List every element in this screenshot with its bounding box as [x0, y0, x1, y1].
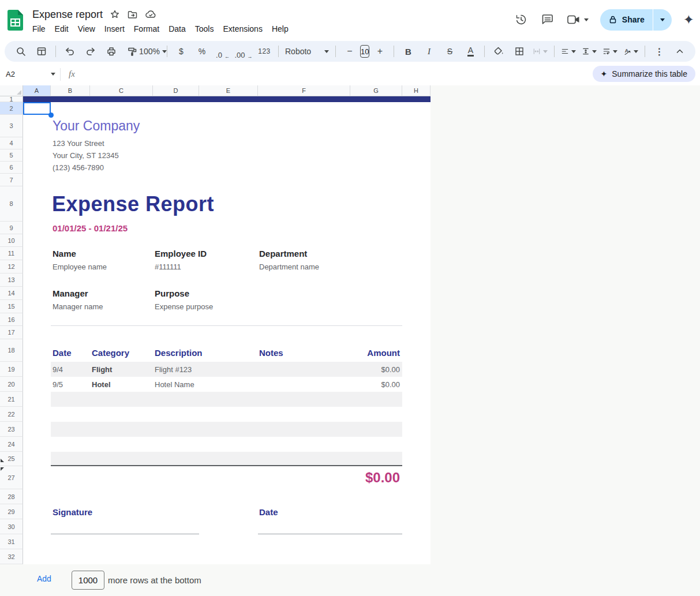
cell-address-3[interactable]: (123) 456-7890: [53, 162, 104, 174]
move-folder-icon[interactable]: [127, 9, 138, 20]
cell-manager-value[interactable]: Manager name: [53, 300, 103, 313]
row-header-19[interactable]: 19: [0, 362, 23, 377]
menu-insert[interactable]: Insert: [100, 23, 129, 35]
row-header-29[interactable]: 29: [0, 504, 23, 519]
share-button[interactable]: Share: [600, 9, 672, 31]
spreadsheet-grid[interactable]: ABCDEFGH 1234567891011121314151617181920…: [0, 85, 431, 564]
menu-edit[interactable]: Edit: [50, 23, 73, 35]
name-box[interactable]: A2: [0, 70, 60, 78]
select-all-corner[interactable]: [0, 85, 23, 96]
doc-title[interactable]: Expense report: [32, 9, 103, 21]
comments-icon[interactable]: [540, 12, 555, 27]
row-header-7[interactable]: 7: [0, 174, 23, 186]
column-header-f[interactable]: F: [258, 85, 350, 96]
cell-date-range[interactable]: 01/01/25 - 01/21/25: [53, 222, 128, 234]
cell-category-2[interactable]: Hotel: [92, 377, 111, 392]
column-header-c[interactable]: C: [90, 85, 153, 96]
row-header-15[interactable]: 15: [0, 300, 23, 313]
merge-cells-control[interactable]: [530, 43, 551, 59]
column-header-b[interactable]: B: [51, 85, 90, 96]
print-icon[interactable]: [101, 43, 122, 59]
cell-date-2[interactable]: 9/5: [53, 377, 63, 392]
row-header-14[interactable]: 14: [0, 287, 23, 300]
format-percent-button[interactable]: %: [192, 43, 212, 59]
row-header-30[interactable]: 30: [0, 519, 23, 534]
row-header-3[interactable]: 3: [0, 115, 23, 137]
col-header-category[interactable]: Category: [92, 344, 129, 362]
gemini-icon[interactable]: ✦: [683, 13, 694, 27]
column-header-g[interactable]: G: [350, 85, 402, 96]
row-header-9[interactable]: 9: [0, 222, 23, 234]
cell-description-1[interactable]: Flight #123: [155, 362, 192, 377]
undo-icon[interactable]: [59, 43, 80, 59]
hidden-row-expand-up[interactable]: [1, 459, 4, 462]
row-header-18[interactable]: 18: [0, 339, 23, 362]
cell-department-label[interactable]: Department: [259, 247, 307, 260]
add-rows-button[interactable]: Add: [37, 574, 51, 583]
row-header-5[interactable]: 5: [0, 149, 23, 162]
menu-extensions[interactable]: Extensions: [218, 23, 267, 35]
col-header-amount[interactable]: Amount: [350, 344, 400, 362]
row-header-32[interactable]: 32: [0, 549, 23, 564]
cell-department-value[interactable]: Department name: [259, 260, 319, 273]
column-header-a[interactable]: A: [23, 85, 51, 96]
strikethrough-button[interactable]: S: [439, 43, 460, 59]
cell-report-title[interactable]: Expense Report: [52, 186, 214, 222]
bold-button[interactable]: B: [398, 43, 418, 59]
cell-name-value[interactable]: Employee name: [53, 260, 107, 273]
menu-data[interactable]: Data: [164, 23, 190, 35]
row-header-28[interactable]: 28: [0, 489, 23, 504]
column-header-h[interactable]: H: [402, 85, 431, 96]
increase-decimal-button[interactable]: .00→: [233, 43, 254, 59]
row-header-20[interactable]: 20: [0, 377, 23, 392]
row-header-6[interactable]: 6: [0, 162, 23, 174]
row-header-21[interactable]: 21: [0, 392, 23, 407]
row-header-11[interactable]: 11: [0, 247, 23, 260]
cell-employee-id-value[interactable]: #111111: [155, 260, 181, 273]
cell-total[interactable]: $0.00: [258, 466, 400, 489]
cell-manager-label[interactable]: Manager: [53, 287, 88, 300]
row-header-17[interactable]: 17: [0, 326, 23, 339]
rows-count-input[interactable]: [72, 571, 104, 590]
hide-toolbar-icon[interactable]: [669, 43, 690, 59]
increase-font-size-button[interactable]: +: [369, 43, 390, 59]
cloud-saved-icon[interactable]: [145, 9, 156, 20]
menu-format[interactable]: Format: [129, 23, 164, 35]
row-header-13[interactable]: 13: [0, 273, 23, 287]
text-wrapping-control[interactable]: [600, 43, 620, 59]
zoom-select[interactable]: 100%: [143, 43, 163, 59]
vertical-align-control[interactable]: [579, 43, 600, 59]
row-header-10[interactable]: 10: [0, 234, 23, 247]
version-history-icon[interactable]: [514, 12, 529, 27]
chevron-down-icon[interactable]: [584, 18, 589, 21]
selected-cell-a2[interactable]: [23, 102, 51, 115]
column-header-d[interactable]: D: [153, 85, 199, 96]
font-size-input[interactable]: 10: [360, 45, 369, 58]
menu-file[interactable]: File: [28, 23, 50, 35]
row-header-31[interactable]: 31: [0, 534, 23, 549]
col-header-date[interactable]: Date: [53, 344, 72, 362]
format-currency-button[interactable]: $: [171, 43, 192, 59]
menu-tools[interactable]: Tools: [190, 23, 219, 35]
italic-button[interactable]: I: [418, 43, 439, 59]
row-header-23[interactable]: 23: [0, 422, 23, 437]
col-header-notes[interactable]: Notes: [259, 344, 283, 362]
row-header-4[interactable]: 4: [0, 137, 23, 149]
text-color-button[interactable]: A: [467, 46, 474, 57]
row-header-2[interactable]: 2: [0, 102, 23, 115]
cell-name-label[interactable]: Name: [53, 247, 76, 260]
cell-date-1[interactable]: 9/4: [53, 362, 63, 377]
borders-icon[interactable]: [509, 43, 530, 59]
horizontal-align-control[interactable]: [558, 43, 579, 59]
row-header-12[interactable]: 12: [0, 260, 23, 273]
decrease-font-size-button[interactable]: −: [339, 43, 360, 59]
row-header-8[interactable]: 8: [0, 186, 23, 222]
cell-purpose-label[interactable]: Purpose: [155, 287, 189, 300]
summarize-table-button[interactable]: ✦ Summarize this table: [593, 66, 695, 82]
meet-presentation-control[interactable]: [567, 14, 589, 25]
column-header-e[interactable]: E: [199, 85, 258, 96]
cell-address-2[interactable]: Your City, ST 12345: [53, 149, 119, 162]
cell-purpose-value[interactable]: Expense purpose: [155, 300, 213, 313]
cell-amount-1[interactable]: $0.00: [350, 362, 400, 377]
col-header-description[interactable]: Description: [155, 344, 203, 362]
